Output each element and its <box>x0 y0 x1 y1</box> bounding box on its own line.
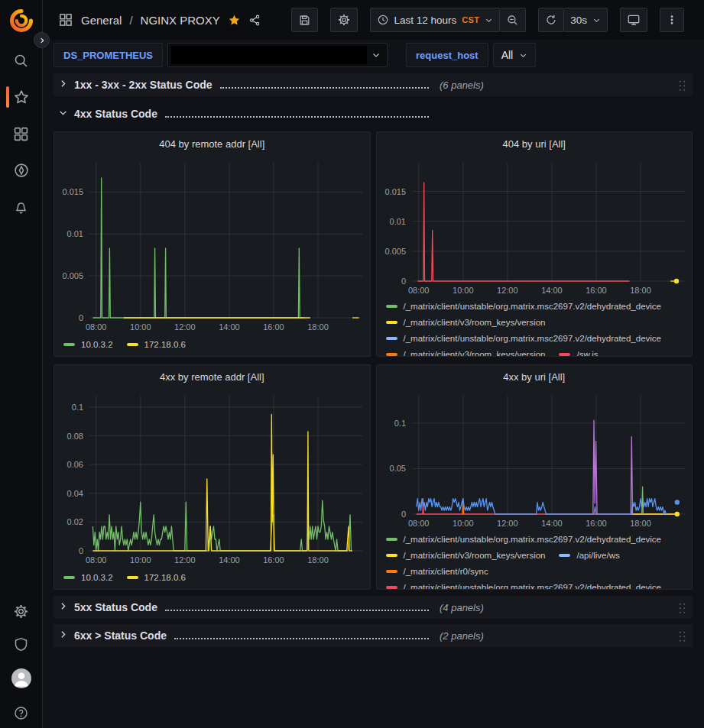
refresh-icon <box>545 14 557 26</box>
row-header-4xx[interactable]: 4xx Status Code <box>54 102 693 125</box>
panel-title[interactable]: 404 by uri [All] <box>377 132 693 155</box>
save-dashboard-button[interactable] <box>291 8 318 32</box>
legend-item[interactable]: 172.18.0.6 <box>127 569 186 585</box>
server-admin-shield-icon[interactable] <box>13 636 30 652</box>
topbar-actions: Last 12 hours CST <box>291 8 685 32</box>
x-tick-label: 10:00 <box>453 519 474 528</box>
legend-label: /_matrix/client/v3/room_keys/version <box>404 551 546 560</box>
panel-title[interactable]: 4xx by uri [All] <box>377 365 693 388</box>
dashboards-icon[interactable] <box>13 125 30 142</box>
refresh-button[interactable] <box>538 8 564 32</box>
legend-swatch <box>386 305 397 308</box>
y-tick-label: 0.015 <box>384 187 406 196</box>
chevron-right-icon <box>58 629 68 642</box>
configuration-gear-icon[interactable] <box>13 603 30 620</box>
series-line <box>92 414 352 551</box>
row-drag-handle-icon[interactable] <box>678 79 686 91</box>
panel-legend: /_matrix/client/unstable/org.matrix.msc2… <box>377 298 693 356</box>
monitor-icon <box>627 13 641 27</box>
explore-compass-icon[interactable] <box>13 162 30 179</box>
series-line <box>417 183 629 281</box>
dashboard-topbar: General / NGINX PROXY <box>43 0 704 40</box>
y-tick-label: 0 <box>401 510 405 519</box>
help-icon[interactable] <box>13 704 30 721</box>
x-tick-label: 18:00 <box>630 286 651 295</box>
breadcrumb-separator: / <box>129 14 132 27</box>
legend-swatch <box>63 576 75 579</box>
x-tick-label: 10:00 <box>130 555 151 565</box>
y-tick-label: 0.01 <box>389 217 405 226</box>
y-tick-label: 0.005 <box>384 247 406 256</box>
timeseries-chart[interactable]: 08:0010:0012:0014:0016:0018:0000.0050.01… <box>377 155 693 298</box>
legend-item[interactable]: /api/live/ws <box>559 547 619 563</box>
legend-item[interactable]: 10.0.3.2 <box>63 336 113 352</box>
timeseries-chart[interactable]: 08:0010:0012:0014:0016:0018:0000.0050.01… <box>54 155 370 335</box>
timeseries-chart[interactable]: 08:0010:0012:0014:0016:0018:0000.050.1 <box>377 388 693 531</box>
legend-swatch <box>386 586 397 589</box>
share-icon[interactable] <box>248 14 261 27</box>
legend-item[interactable]: /_matrix/client/r0/sync <box>386 563 488 579</box>
y-tick-label: 0.1 <box>72 403 83 412</box>
zoom-out-button[interactable] <box>500 8 526 32</box>
breadcrumb: General / NGINX PROXY <box>58 12 261 28</box>
x-tick-label: 10:00 <box>130 322 151 332</box>
alerting-bell-icon[interactable] <box>13 199 30 215</box>
panel-404-by-remote-addr: 404 by remote addr [All] 08:0010:0012:00… <box>54 131 371 357</box>
grafana-logo-icon[interactable] <box>10 9 33 32</box>
row-drag-handle-icon[interactable] <box>678 601 686 613</box>
y-tick-label: 0 <box>79 313 83 322</box>
save-icon <box>298 14 311 27</box>
legend-item[interactable]: /_matrix/client/v3/room_keys/version <box>386 547 546 563</box>
row-header-1xx-3xx-2xx[interactable]: 1xx - 3xx - 2xx Status Code (6 panels) <box>54 73 693 96</box>
y-tick-label: 0.08 <box>67 432 83 441</box>
dashboard-settings-button[interactable] <box>330 8 358 32</box>
cycle-view-mode-button[interactable] <box>620 8 647 32</box>
kebab-menu-icon <box>666 14 678 26</box>
x-tick-label: 16:00 <box>586 286 607 295</box>
chevron-down-icon <box>485 16 493 24</box>
datasource-variable-label[interactable]: DS_PROMETHEUS <box>54 43 163 67</box>
series-end-dot <box>674 512 679 516</box>
breadcrumb-folder[interactable]: General <box>81 14 122 27</box>
legend-item[interactable]: /_matrix/client/v3/room_keys/version <box>386 314 546 330</box>
y-tick-label: 0.06 <box>67 460 83 469</box>
breadcrumb-dashboard-title[interactable]: NGINX PROXY <box>141 14 220 27</box>
request-host-variable-dropdown[interactable]: All <box>493 43 537 67</box>
row-header-6xx[interactable]: 6xx > Status Code (2 panels) <box>54 624 693 647</box>
legend-item[interactable]: /_matrix/client/unstable/org.matrix.msc2… <box>386 579 662 589</box>
legend-item[interactable]: /_matrix/client/unstable/org.matrix.msc2… <box>386 531 662 547</box>
request-host-variable-label[interactable]: request_host <box>406 43 488 67</box>
refresh-interval-picker[interactable]: 30s <box>564 8 608 32</box>
datasource-variable-dropdown[interactable] <box>167 43 388 67</box>
legend-item[interactable]: /_matrix/client/v3/room_keys/version <box>386 346 546 356</box>
search-icon[interactable] <box>13 52 30 69</box>
legend-item[interactable]: /sw.js <box>559 346 598 356</box>
time-range-picker[interactable]: Last 12 hours CST <box>370 8 501 32</box>
legend-item[interactable]: 10.0.3.2 <box>63 569 113 585</box>
panel-legend: 10.0.3.2172.18.0.6 <box>54 568 370 589</box>
legend-label: /_matrix/client/unstable/org.matrix.msc2… <box>404 583 662 590</box>
row-header-5xx[interactable]: 5xx Status Code (4 panels) <box>54 596 693 619</box>
legend-label: /_matrix/client/unstable/org.matrix.msc2… <box>404 302 662 311</box>
legend-item[interactable]: /_matrix/client/unstable/org.matrix.msc2… <box>386 298 662 314</box>
panel-legend: 10.0.3.2172.18.0.6 <box>54 335 370 356</box>
more-options-button[interactable] <box>660 8 684 32</box>
legend-label: /_matrix/client/v3/room_keys/version <box>404 350 546 357</box>
refresh-controls: 30s <box>538 8 608 32</box>
legend-item[interactable]: 172.18.0.6 <box>127 336 186 352</box>
legend-label: 10.0.3.2 <box>81 573 113 582</box>
x-tick-label: 10:00 <box>453 286 474 295</box>
panel-title[interactable]: 404 by remote addr [All] <box>54 132 370 155</box>
favorite-star-icon[interactable] <box>228 14 241 27</box>
timeseries-chart[interactable]: 08:0010:0012:0014:0016:0018:0000.020.040… <box>54 388 370 568</box>
dotted-leader <box>165 603 429 611</box>
row-drag-handle-icon[interactable] <box>678 629 686 642</box>
legend-item[interactable]: /_matrix/client/unstable/org.matrix.msc2… <box>386 330 662 346</box>
timezone-badge: CST <box>462 15 479 24</box>
user-avatar[interactable] <box>11 668 31 688</box>
sidebar-expand-button[interactable] <box>34 32 50 48</box>
legend-swatch <box>386 353 397 356</box>
legend-label: /_matrix/client/v3/room_keys/version <box>404 318 546 327</box>
starred-dashboards-icon[interactable] <box>13 89 30 105</box>
panel-title[interactable]: 4xx by remote addr [All] <box>54 365 370 388</box>
